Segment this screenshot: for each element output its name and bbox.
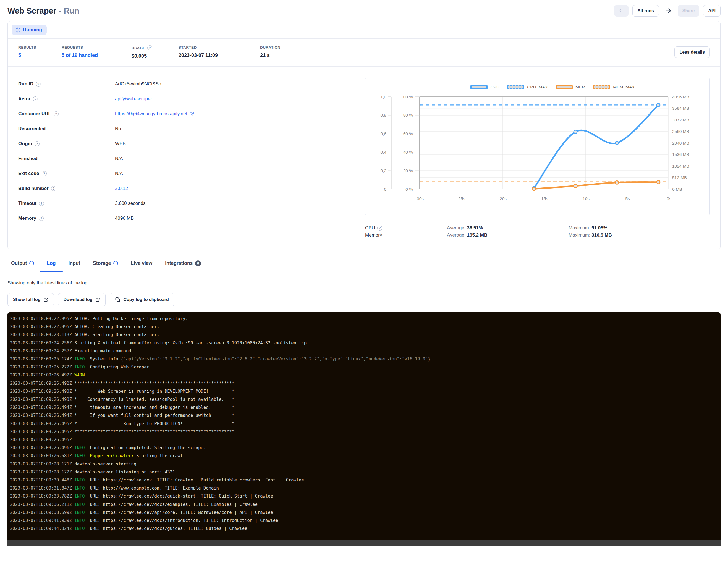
svg-text:-30s: -30s <box>415 196 424 201</box>
log-line: 2023-03-07T10:09:25.272Z INFO Configurin… <box>10 363 721 371</box>
log-segment-msg: Starting X virtual framebuffer using: Xv… <box>74 341 307 345</box>
log-line: 2023-03-07T10:09:30.448Z INFO URL: https… <box>10 476 721 484</box>
log-segment-msg: Starting the crawl <box>134 453 183 458</box>
log-segment-info: INFO <box>74 486 84 491</box>
log-timestamp: 2023-03-07T10:09:26.581Z <box>10 453 74 458</box>
detail-label-text: Origin <box>18 141 32 147</box>
log-segment-msg: ACTOR: Starting Docker container. <box>74 332 159 337</box>
svg-text:3072 MB: 3072 MB <box>672 117 689 122</box>
help-icon: ? <box>39 201 44 206</box>
resource-stat-label: CPU? <box>365 225 447 231</box>
detail-value[interactable]: 3.0.12 <box>115 186 128 191</box>
share-button[interactable]: Share <box>678 5 699 17</box>
svg-text:0,8: 0,8 <box>380 113 386 117</box>
stat-value[interactable]: 5 of 19 handled <box>62 53 132 58</box>
detail-value[interactable]: https://0q64wnacgyft.runs.apify.net <box>115 111 194 117</box>
tab-log[interactable]: Log <box>47 259 56 272</box>
svg-text:80 %: 80 % <box>403 113 413 117</box>
log-segment-info: INFO <box>74 365 84 370</box>
tab-count-badge: 0 <box>195 260 201 266</box>
stat-label-text: STARTED <box>179 45 197 50</box>
resource-chart-card: CPUCPU_MAXMEMMEM_MAX 1,00,80,60,40,20100… <box>365 77 710 216</box>
log-segment-info: INFO <box>74 510 84 515</box>
download-log-button[interactable]: Download log <box>58 293 106 306</box>
log-segment-msg: * Concurrency is limited, sessionPool is… <box>74 397 234 402</box>
external-link-icon <box>44 297 48 302</box>
less-details-button[interactable]: Less details <box>674 47 710 58</box>
show-full-log-button[interactable]: Show full log <box>7 293 54 306</box>
detail-value[interactable]: apify/web-scraper <box>115 96 152 102</box>
log-line: 2023-03-07T10:09:22.995Z ACTOR: Creating… <box>10 323 721 331</box>
detail-value-text: 4096 MB <box>115 216 134 221</box>
log-timestamp: 2023-03-07T10:09:22.995Z <box>10 324 74 329</box>
status-row: Running <box>8 21 720 39</box>
cpu-point <box>615 141 619 144</box>
chart-plot: 1,00,80,60,40,20100 %80 %60 %40 %20 %0 %… <box>372 92 703 213</box>
log-console: 2023-03-07T10:09:22.895Z ACTOR: Pulling … <box>7 312 721 546</box>
page: Web Scraper - Run All runs Share API <box>0 0 728 546</box>
svg-text:0,4: 0,4 <box>380 150 386 155</box>
log-button-label: Show full log <box>13 297 41 302</box>
api-button[interactable]: API <box>703 5 721 17</box>
help-icon: ? <box>147 45 152 50</box>
legend-item-mem: MEM <box>555 85 586 89</box>
mem-point <box>574 184 577 188</box>
detail-row: FinishedN/A <box>18 151 365 166</box>
log-line: 2023-03-07T10:09:38.599Z INFO URL: https… <box>10 508 721 517</box>
svg-text:1024 MB: 1024 MB <box>672 164 689 168</box>
detail-value: AdOz5evimh9NCiSSo <box>115 81 161 87</box>
detail-value: N/A <box>115 156 123 161</box>
svg-text:2048 MB: 2048 MB <box>672 141 689 146</box>
log-line: 2023-03-07T10:09:26.492Z ***************… <box>10 379 721 388</box>
resource-stat-name: Memory <box>365 233 382 238</box>
log-timestamp: 2023-03-07T10:09:23.113Z <box>10 332 74 337</box>
all-runs-button[interactable]: All runs <box>632 5 659 17</box>
log-actions: Show full logDownload logCopy log to cli… <box>7 293 721 306</box>
stat-label-text: DURATION <box>260 45 280 50</box>
detail-value: 3,600 seconds <box>115 201 146 206</box>
log-line: 2023-03-07T10:09:24.257Z Executing main … <box>10 347 721 355</box>
mem-line <box>534 182 658 189</box>
next-run-button[interactable] <box>663 5 674 17</box>
tab-live-view[interactable]: Live view <box>131 259 152 272</box>
stat-value: $0.005 <box>132 53 179 59</box>
tab-integrations[interactable]: Integrations0 <box>165 259 201 272</box>
log-lines: 2023-03-07T10:09:22.895Z ACTOR: Pulling … <box>10 315 721 533</box>
log-scrollbar[interactable] <box>7 540 721 546</box>
legend-swatch <box>470 85 488 89</box>
mem-point <box>615 181 619 184</box>
loading-spinner-icon <box>113 260 119 266</box>
svg-text:20 %: 20 % <box>403 168 413 173</box>
average-label: Average: <box>447 225 467 231</box>
tab-storage[interactable]: Storage <box>93 259 118 272</box>
log-segment-msg: * Web Scraper is running in DEVELOPMENT … <box>74 389 234 394</box>
previous-run-button[interactable] <box>614 5 628 17</box>
stat-requests: REQUESTS5 of 19 handled <box>62 45 132 58</box>
stat-value[interactable]: 5 <box>18 53 62 58</box>
detail-label-text: Memory <box>18 216 36 221</box>
detail-value-text: AdOz5evimh9NCiSSo <box>115 81 161 87</box>
log-segment-msg: Executing main command <box>74 348 131 353</box>
average-value: 36.51% <box>467 225 483 231</box>
stat-label: RESULTS <box>18 45 62 50</box>
detail-value-text: N/A <box>115 156 123 161</box>
log-line: 2023-03-07T10:09:26.494Z * timeouts are … <box>10 403 721 412</box>
copy-log-to-clipboard-button[interactable]: Copy log to clipboard <box>110 293 174 306</box>
log-timestamp: 2023-03-07T10:09:26.492Z <box>10 373 74 377</box>
log-segment-info: INFO <box>74 502 84 507</box>
detail-value: 4096 MB <box>115 216 134 221</box>
log-line: 2023-03-07T10:09:25.174Z INFO System inf… <box>10 355 721 363</box>
svg-text:-5s: -5s <box>624 196 630 201</box>
tab-output[interactable]: Output <box>11 259 34 272</box>
detail-row: Run ID?AdOz5evimh9NCiSSo <box>18 77 365 91</box>
log-segment-msg: devtools-server starting. <box>74 461 139 467</box>
log-timestamp: 2023-03-07T10:09:26.495Z <box>10 437 74 442</box>
legend-label: CPU <box>490 85 499 89</box>
stat-started: STARTED2023-03-07 11:09 <box>179 45 260 58</box>
log-timestamp: 2023-03-07T10:09:25.272Z <box>10 365 74 370</box>
legend-item-cpu: CPU <box>470 85 499 89</box>
resource-stat-name: CPU <box>365 225 375 231</box>
tab-input[interactable]: Input <box>68 259 80 272</box>
resource-stats: CPU?Average: 36.51%Maximum: 91.05%Memory… <box>365 225 710 238</box>
log-segment-info: INFO <box>74 453 84 458</box>
